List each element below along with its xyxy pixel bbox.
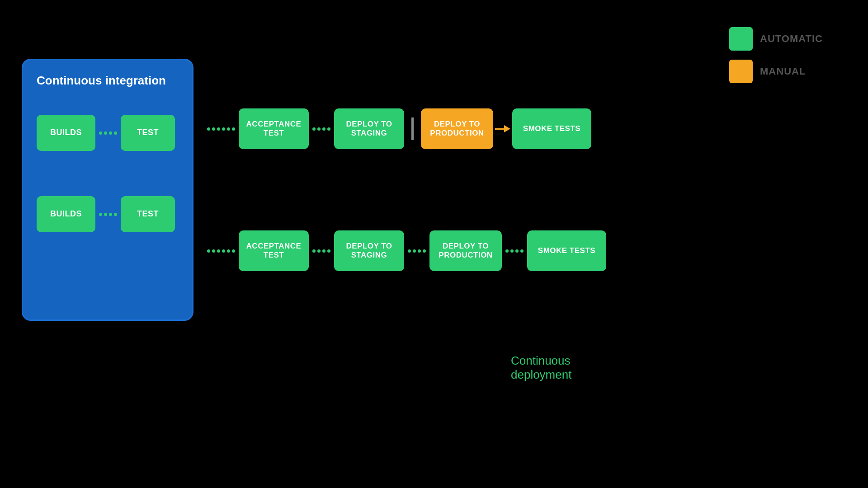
dot bbox=[99, 213, 102, 216]
cd-smoke-tests: SMOKE TESTS bbox=[512, 108, 591, 149]
cdeploy-smoke-tests: SMOKE TESTS bbox=[527, 230, 606, 271]
cdeploy-label: Continuous deployment bbox=[511, 354, 606, 382]
dot bbox=[212, 127, 215, 131]
dots-cd-0 bbox=[203, 127, 239, 131]
arrow-line bbox=[495, 128, 504, 130]
dot bbox=[232, 127, 235, 131]
continuous-delivery-section: ACCEPTANCETEST DEPLOY TOSTAGING DEPLOY T… bbox=[203, 108, 591, 149]
dot bbox=[217, 127, 220, 131]
dot bbox=[212, 249, 215, 253]
dot bbox=[423, 249, 426, 253]
cdeploy-acceptance-test: ACCEPTANCETEST bbox=[239, 230, 309, 271]
cdeploy-deploy-production: DEPLOY TOPRODUCTION bbox=[429, 230, 502, 271]
dot bbox=[222, 127, 225, 131]
dot bbox=[322, 249, 326, 253]
dot bbox=[327, 127, 330, 131]
dot bbox=[312, 249, 316, 253]
cd-deploy-staging: DEPLOY TOSTAGING bbox=[334, 108, 404, 149]
cd-deploy-production: DEPLOY TOPRODUCTION bbox=[421, 108, 493, 149]
dot bbox=[222, 249, 225, 253]
dot bbox=[515, 249, 519, 253]
dot bbox=[408, 249, 411, 253]
dots-cdeploy-0 bbox=[203, 249, 239, 253]
dot bbox=[317, 127, 321, 131]
dot bbox=[317, 249, 321, 253]
dots-ci-1 bbox=[95, 131, 121, 135]
dots-cdeploy-1 bbox=[309, 249, 334, 253]
dot bbox=[207, 127, 210, 131]
ci-row2: BUILDS TEST bbox=[37, 196, 179, 232]
ci-builds-2: BUILDS bbox=[37, 196, 95, 232]
dot bbox=[114, 213, 117, 216]
automatic-label: AUTOMATIC bbox=[760, 33, 823, 45]
ci-test-1: TEST bbox=[121, 115, 175, 151]
cdeploy-pipeline-row: ACCEPTANCETEST DEPLOY TOSTAGING DEPLOY T… bbox=[203, 230, 606, 271]
legend: AUTOMATIC MANUAL bbox=[729, 27, 823, 83]
cd-acceptance-test: ACCEPTANCETEST bbox=[239, 108, 309, 149]
automatic-color-box bbox=[729, 27, 753, 51]
dot bbox=[413, 249, 416, 253]
dot bbox=[327, 249, 330, 253]
dots-cd-1 bbox=[309, 127, 334, 131]
orange-arrow bbox=[493, 125, 512, 132]
dot bbox=[109, 131, 112, 135]
arrow-head bbox=[504, 125, 510, 132]
dots-cdeploy-2 bbox=[404, 249, 429, 253]
legend-manual: MANUAL bbox=[729, 60, 823, 83]
manual-label: MANUAL bbox=[760, 66, 806, 77]
manual-color-box bbox=[729, 60, 753, 83]
dot bbox=[217, 249, 220, 253]
dot bbox=[232, 249, 235, 253]
dots-cdeploy-3 bbox=[502, 249, 527, 253]
ci-title: Continuous integration bbox=[37, 74, 179, 88]
dot bbox=[505, 249, 509, 253]
dot bbox=[322, 127, 326, 131]
ci-container: Continuous integration BUILDS TEST BUILD… bbox=[22, 59, 193, 321]
dot bbox=[227, 127, 230, 131]
dot bbox=[104, 213, 107, 216]
cdeploy-deploy-staging: DEPLOY TOSTAGING bbox=[334, 230, 404, 271]
dot bbox=[227, 249, 230, 253]
dot bbox=[312, 127, 316, 131]
dot bbox=[207, 249, 210, 253]
dot bbox=[510, 249, 514, 253]
ci-builds-1: BUILDS bbox=[37, 115, 95, 151]
ci-row1: BUILDS TEST bbox=[37, 115, 179, 151]
manual-gate-connector bbox=[404, 117, 421, 140]
dot bbox=[99, 131, 102, 135]
dot bbox=[520, 249, 524, 253]
dot bbox=[418, 249, 421, 253]
dot bbox=[104, 131, 107, 135]
dot bbox=[109, 213, 112, 216]
dots-ci-2 bbox=[95, 213, 121, 216]
dot bbox=[114, 131, 117, 135]
cd-pipeline-row: ACCEPTANCETEST DEPLOY TOSTAGING DEPLOY T… bbox=[203, 108, 591, 149]
legend-automatic: AUTOMATIC bbox=[729, 27, 823, 51]
manual-gate bbox=[411, 117, 414, 140]
ci-test-2: TEST bbox=[121, 196, 175, 232]
continuous-deployment-section: ACCEPTANCETEST DEPLOY TOSTAGING DEPLOY T… bbox=[203, 230, 606, 271]
